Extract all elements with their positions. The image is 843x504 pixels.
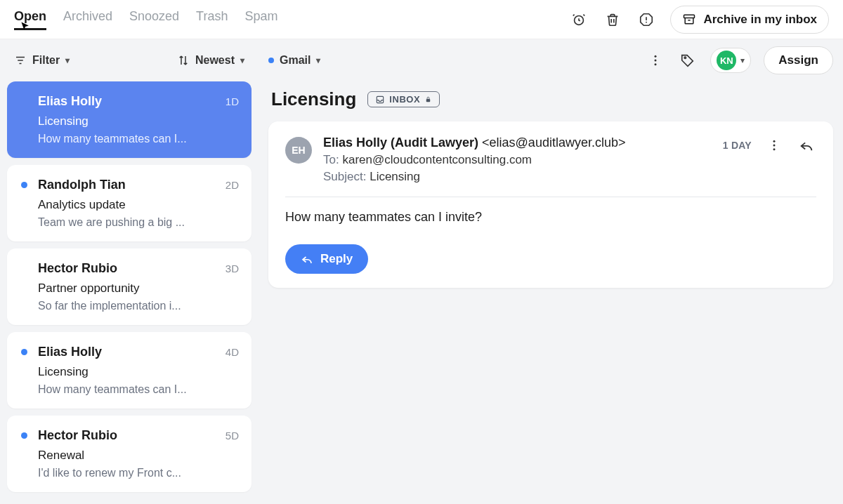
svg-point-9	[773, 145, 776, 147]
sender-avatar: EH	[285, 137, 312, 164]
reply-icon	[301, 253, 313, 265]
lock-icon	[424, 95, 432, 103]
spam-icon[interactable]	[636, 10, 656, 29]
conversation-subject: Renewal	[38, 449, 239, 463]
message-more-icon[interactable]	[764, 135, 784, 155]
tab-spam[interactable]: Spam	[244, 9, 277, 30]
conversation-title: Licensing	[271, 88, 356, 110]
conversation-preview: How many teammates can I...	[38, 133, 239, 145]
unread-dot	[21, 182, 27, 188]
inbox-badge: INBOX	[367, 91, 440, 107]
reply-arrow-icon[interactable]	[797, 135, 816, 155]
conversation-sender: Hector Rubio	[38, 428, 117, 443]
tab-trash[interactable]: Trash	[196, 9, 228, 30]
filter-icon	[14, 54, 27, 67]
svg-rect-2	[684, 15, 695, 18]
conversation-age: 4D	[226, 346, 239, 358]
sort-button[interactable]: Newest ▾	[177, 54, 244, 67]
chevron-down-icon: ▾	[65, 55, 70, 65]
conversation-item[interactable]: Randolph Tian 2D Analytics update Team w…	[7, 165, 251, 241]
conversation-item[interactable]: Elias Holly 1D Licensing How many teamma…	[7, 81, 251, 158]
reply-label: Reply	[320, 252, 353, 266]
conversation-subject: Licensing	[38, 365, 239, 379]
more-icon[interactable]	[646, 51, 665, 70]
tag-icon[interactable]	[678, 51, 698, 70]
svg-rect-7	[426, 99, 431, 102]
conversation-subject: Analytics update	[38, 198, 239, 212]
archive-icon	[682, 13, 696, 27]
sort-label: Newest	[195, 54, 235, 67]
conversation-item[interactable]: Hector Rubio 5D Renewal I'd like to rene…	[7, 416, 251, 492]
message-from: Elias Holly (Audit Lawyer) <elias@auditl…	[323, 135, 712, 150]
assign-button[interactable]: Assign	[764, 46, 833, 74]
conversation-age: 1D	[226, 95, 239, 107]
account-selector[interactable]: Gmail ▾	[268, 54, 320, 67]
conversation-sender: Elias Holly	[38, 345, 102, 359]
conversation-preview: I'd like to renew my Front c...	[38, 467, 239, 479]
conversation-item[interactable]: Elias Holly 4D Licensing How many teamma…	[7, 332, 251, 409]
reply-button[interactable]: Reply	[285, 244, 368, 274]
conversation-age: 2D	[226, 179, 239, 191]
svg-point-8	[773, 140, 776, 142]
filter-label: Filter	[32, 54, 60, 67]
svg-point-5	[655, 63, 657, 65]
conversation-subject: Partner opportunity	[38, 281, 239, 296]
archive-in-inbox-button[interactable]: Archive in my inbox	[670, 6, 829, 34]
unread-dot	[21, 349, 27, 355]
conversation-sender: Elias Holly	[38, 94, 102, 109]
conversation-preview: So far the implementation i...	[38, 300, 239, 312]
inbox-icon	[375, 95, 385, 105]
chevron-down-icon: ▾	[740, 55, 745, 65]
svg-point-3	[655, 55, 657, 58]
tab-open[interactable]: Open	[14, 9, 46, 30]
unread-dot	[21, 432, 27, 439]
conversation-sender: Hector Rubio	[38, 261, 117, 276]
account-status-dot	[268, 58, 274, 63]
assignee-avatar: KN	[717, 51, 736, 70]
message-subject: Subject: Licensing	[323, 170, 712, 184]
conversation-preview: Team we are pushing a big ...	[38, 216, 239, 229]
assignee-selector[interactable]: KN ▾	[710, 48, 751, 73]
conversation-age: 5D	[226, 430, 239, 442]
tab-snoozed[interactable]: Snoozed	[129, 9, 179, 30]
filter-button[interactable]: Filter ▾	[14, 54, 70, 67]
snooze-icon[interactable]	[569, 10, 589, 29]
account-label: Gmail	[280, 54, 311, 67]
svg-point-1	[646, 21, 648, 22]
message-body: How many teammates can I invite?	[285, 210, 816, 225]
sort-icon	[177, 54, 190, 67]
inbox-badge-label: INBOX	[389, 94, 420, 105]
trash-icon[interactable]	[603, 10, 622, 29]
tab-archived[interactable]: Archived	[63, 9, 112, 30]
chevron-down-icon: ▾	[240, 55, 244, 65]
chevron-down-icon: ▾	[316, 55, 320, 65]
svg-point-10	[773, 148, 776, 150]
conversation-age: 3D	[226, 263, 239, 274]
message-to: To: karen@cloudcontentconsulting.com	[323, 153, 712, 167]
archive-label: Archive in my inbox	[703, 13, 817, 27]
message-card: EH Elias Holly (Audit Lawyer) <elias@aud…	[268, 121, 833, 288]
conversation-item[interactable]: Hector Rubio 3D Partner opportunity So f…	[7, 248, 251, 325]
message-age: 1 DAY	[723, 140, 752, 151]
svg-point-4	[655, 60, 657, 62]
svg-point-6	[684, 57, 686, 58]
conversation-sender: Randolph Tian	[38, 178, 126, 192]
conversation-preview: How many teammates can I...	[38, 383, 239, 396]
conversation-subject: Licensing	[38, 114, 239, 128]
